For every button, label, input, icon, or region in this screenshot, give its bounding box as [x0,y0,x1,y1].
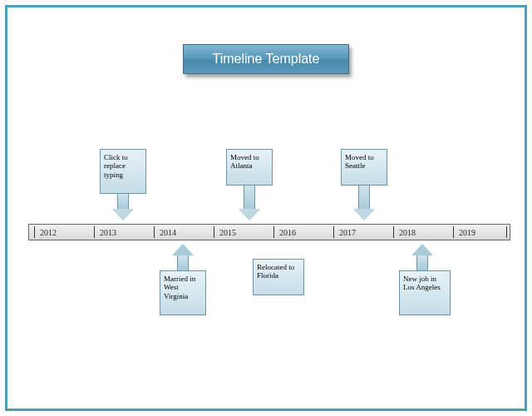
tick-mark [94,226,95,238]
arrow-up-icon [416,255,428,270]
tick-mark [506,226,507,238]
arrow-up-icon [172,244,194,255]
event-callout: Married in West Virginia [160,270,206,315]
page-frame: Timeline Template 2012 2013 2014 2015 20… [5,5,527,411]
event-text: Click to replace typing [104,153,128,179]
event-callout: Moved to Atlanta [226,149,273,186]
tick-label: 2016 [275,225,296,241]
arrow-down-icon [239,209,260,220]
tick-label: 2017 [335,225,356,241]
event-text: Moved to Seattle [345,153,374,170]
event-callout: Moved to Seattle [341,149,387,186]
tick-label: 2012 [36,225,57,241]
event-callout: Click to replace typing [100,149,146,194]
event-text: New job in Los Angeles [403,275,441,291]
arrow-down-icon [244,186,255,209]
tick-mark [154,226,155,238]
arrow-down-icon [117,194,129,209]
arrow-down-icon [112,209,134,220]
arrow-up-icon [177,255,189,270]
timeline-axis: 2012 2013 2014 2015 2016 2017 2018 2019 [28,224,510,240]
event-callout: Relocated to Florida [253,259,304,295]
arrow-up-icon [411,244,433,255]
arrow-down-icon [358,186,370,209]
tick-mark [333,226,334,238]
tick-mark [453,226,454,238]
tick-label: 2014 [155,225,176,241]
event-text: Moved to Atlanta [230,153,259,170]
tick-label: 2015 [215,225,236,241]
arrow-down-icon [353,209,375,220]
timeline-diagram: 2012 2013 2014 2015 2016 2017 2018 2019 … [28,141,510,357]
tick-mark [393,226,394,238]
event-text: Married in West Virginia [164,275,195,300]
tick-label: 2019 [455,225,475,241]
title-banner: Timeline Template [183,44,349,74]
tick-label: 2013 [96,225,116,241]
event-callout: New job in Los Angeles [399,270,451,315]
tick-mark [34,226,35,238]
tick-label: 2018 [395,225,416,241]
tick-mark [273,226,274,238]
tick-mark [214,226,214,238]
event-text: Relocated to Florida [257,263,294,280]
title-text: Timeline Template [213,52,320,67]
